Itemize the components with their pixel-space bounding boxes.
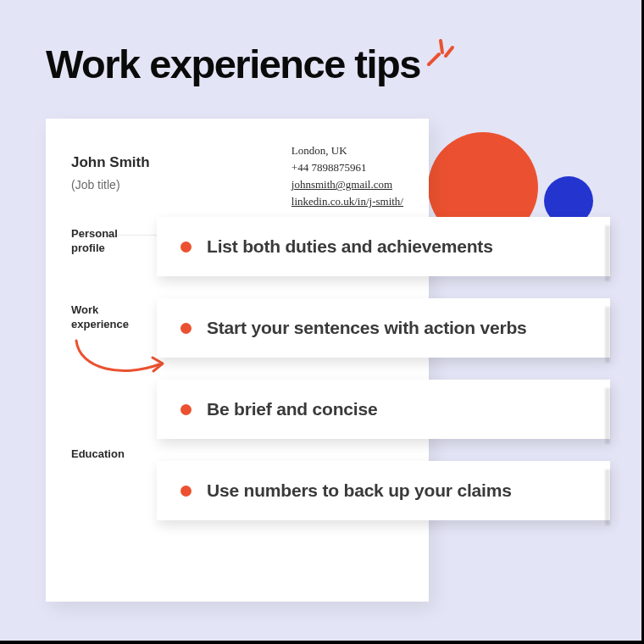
resume-job-title: (Job title) <box>71 178 150 192</box>
sparkle-icon <box>422 34 463 75</box>
resume-location: London, UK <box>291 142 403 159</box>
tip-text: List both duties and achievements <box>207 236 493 257</box>
resume-section-education: Education <box>71 447 125 462</box>
resume-section-work: Work experience <box>71 303 139 332</box>
tip-card: Be brief and concise <box>157 380 610 439</box>
tip-text: Use numbers to back up your claims <box>207 480 512 501</box>
resume-name: John Smith <box>71 154 150 171</box>
tip-text: Be brief and concise <box>207 399 377 419</box>
tip-card: List both duties and achievements <box>157 217 610 276</box>
page-title: Work experience tips <box>46 41 420 87</box>
resume-contact: London, UK +44 7898875961 johnsmith@gmai… <box>291 142 403 211</box>
resume-section-profile: Personal profile <box>71 227 139 256</box>
resume-email: johnsmith@gmail.com <box>291 176 403 193</box>
bullet-icon <box>180 486 192 497</box>
bullet-icon <box>180 323 192 334</box>
tip-text: Start your sentences with action verbs <box>207 318 527 338</box>
bullet-icon <box>180 242 192 253</box>
resume-phone: +44 7898875961 <box>291 159 403 176</box>
tips-list: List both duties and achievements Start … <box>157 217 610 542</box>
svg-line-0 <box>429 54 439 64</box>
tip-card: Use numbers to back up your claims <box>157 461 610 520</box>
page-title-wrap: Work experience tips <box>46 41 463 87</box>
resume-linkedin: linkedin.co.uk/in/j-smith/ <box>291 193 403 210</box>
svg-line-1 <box>441 41 442 53</box>
bullet-icon <box>180 404 192 415</box>
tip-card: Start your sentences with action verbs <box>157 298 610 358</box>
svg-line-2 <box>446 47 452 56</box>
